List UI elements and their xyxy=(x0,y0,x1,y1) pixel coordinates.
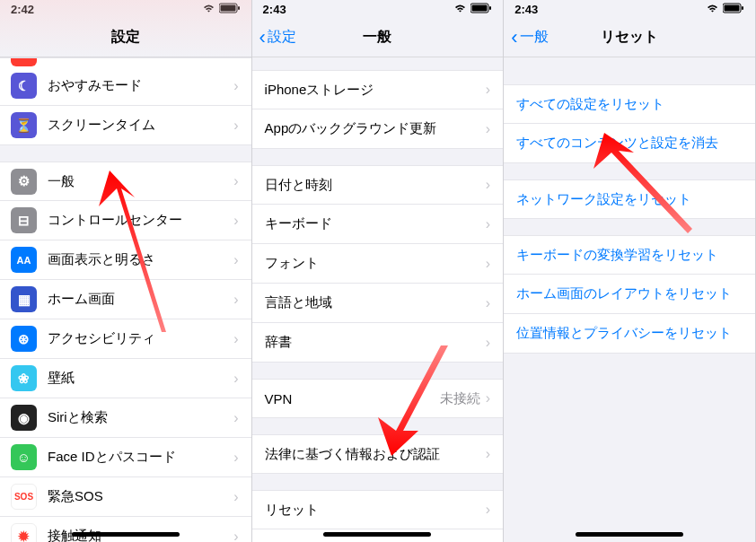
row-date-time[interactable]: 日付と時刻› xyxy=(252,165,504,205)
icon-truncated xyxy=(11,57,37,66)
status-time: 2:42 xyxy=(11,3,34,16)
chevron-right-icon: › xyxy=(233,410,238,426)
settings-row-general[interactable]: ⚙ 一般 › xyxy=(0,162,251,201)
wallpaper-icon: ❀ xyxy=(11,365,37,391)
status-bar: 2:43 xyxy=(252,0,504,18)
settings-row-sos[interactable]: SOS 緊急SOS › xyxy=(0,477,251,517)
control-icon: ⊟ xyxy=(11,207,37,233)
row-dictionary[interactable]: 辞書› xyxy=(252,323,504,363)
row-label: スクリーンタイム xyxy=(48,117,233,134)
nav-bar: ‹ 設定 一般 xyxy=(252,18,504,57)
chevron-right-icon: › xyxy=(486,121,490,137)
general-pane: 2:43 ‹ 設定 一般 iPhoneストレージ › Appのバックグラウンド更… xyxy=(252,0,505,542)
status-icons xyxy=(706,3,744,16)
battery-icon xyxy=(470,3,492,16)
row-label: Face IDとパスコード xyxy=(48,449,233,466)
row-keyboard[interactable]: キーボード› xyxy=(252,205,504,244)
chevron-right-icon: › xyxy=(233,292,238,308)
row-label: Appのバックグラウンド更新 xyxy=(265,120,486,137)
row-label: すべての設定をリセット xyxy=(516,96,664,113)
row-language-region[interactable]: 言語と地域› xyxy=(252,284,504,323)
back-label: 一般 xyxy=(520,28,549,47)
chevron-right-icon: › xyxy=(486,335,490,351)
hourglass-icon: ⏳ xyxy=(11,112,37,138)
home-icon: ▦ xyxy=(11,286,37,312)
row-iphone-storage[interactable]: iPhoneストレージ › xyxy=(252,70,504,109)
settings-pane: 2:42 設定 ☾ おやすみモード › ⏳ スクリーンタイム › ⚙ xyxy=(0,0,252,542)
row-label: 辞書 xyxy=(265,334,486,351)
settings-row-home[interactable]: ▦ ホーム画面 › xyxy=(0,280,251,319)
accessibility-icon: ⊛ xyxy=(11,326,37,352)
chevron-right-icon: › xyxy=(233,489,238,505)
erase-all-content[interactable]: すべてのコンテンツと設定を消去 xyxy=(504,124,755,163)
general-list[interactable]: iPhoneストレージ › Appのバックグラウンド更新 › 日付と時刻› キー… xyxy=(252,57,504,542)
exposure-icon: ✹ xyxy=(11,523,37,542)
nav-bar: 設定 xyxy=(0,18,251,57)
status-bar: 2:42 xyxy=(0,0,251,18)
row-label: 位置情報とプライバシーをリセット xyxy=(516,325,732,342)
settings-row-display[interactable]: AA 画面表示と明るさ › xyxy=(0,240,251,280)
reset-list[interactable]: すべての設定をリセット すべてのコンテンツと設定を消去 ネットワーク設定をリセッ… xyxy=(504,57,755,542)
back-label: 設定 xyxy=(268,28,296,47)
svg-rect-1 xyxy=(220,4,235,11)
back-button[interactable]: ‹ 設定 xyxy=(259,28,296,48)
settings-list[interactable]: ☾ おやすみモード › ⏳ スクリーンタイム › ⚙ 一般 › ⊟ コントロール… xyxy=(0,57,251,542)
chevron-right-icon: › xyxy=(486,295,490,311)
row-label: おやすみモード xyxy=(48,77,233,94)
row-label: フォント xyxy=(265,255,486,272)
svg-rect-4 xyxy=(472,4,488,11)
siri-icon: ◉ xyxy=(11,405,37,431)
reset-location-privacy[interactable]: 位置情報とプライバシーをリセット xyxy=(504,314,755,354)
svg-rect-8 xyxy=(742,6,743,10)
settings-row-screentime[interactable]: ⏳ スクリーンタイム › xyxy=(0,106,251,145)
back-button[interactable]: ‹ 一般 xyxy=(511,28,548,48)
reset-network[interactable]: ネットワーク設定をリセット xyxy=(504,179,755,219)
display-icon: AA xyxy=(11,247,37,273)
chevron-left-icon: ‹ xyxy=(511,28,517,48)
home-indicator[interactable] xyxy=(576,532,683,537)
settings-row-truncated[interactable] xyxy=(0,57,251,66)
row-label: すべてのコンテンツと設定を消去 xyxy=(516,135,718,152)
gear-icon: ⚙ xyxy=(11,169,37,195)
row-label: VPN xyxy=(265,391,440,406)
status-time: 2:43 xyxy=(263,3,286,16)
settings-row-wallpaper[interactable]: ❀ 壁紙 › xyxy=(0,359,251,398)
settings-row-faceid[interactable]: ☺ Face IDとパスコード › xyxy=(0,438,251,477)
chevron-right-icon: › xyxy=(233,371,238,387)
reset-keyboard-dict[interactable]: キーボードの変換学習をリセット xyxy=(504,235,755,275)
row-legal[interactable]: 法律に基づく情報および認証› xyxy=(252,434,504,474)
wifi-icon xyxy=(706,3,719,16)
row-label: ホーム画面 xyxy=(48,291,233,308)
reset-home-layout[interactable]: ホーム画面のレイアウトをリセット xyxy=(504,275,755,314)
row-label: コントロールセンター xyxy=(48,212,233,229)
row-label: Siriと検索 xyxy=(48,409,233,426)
row-label: iPhoneストレージ xyxy=(265,82,486,99)
settings-row-dnd[interactable]: ☾ おやすみモード › xyxy=(0,66,251,106)
row-reset[interactable]: リセット› xyxy=(252,490,504,529)
chevron-right-icon: › xyxy=(233,450,238,466)
row-vpn[interactable]: VPN 未接続 › xyxy=(252,379,504,418)
status-time: 2:43 xyxy=(514,3,538,16)
chevron-left-icon: ‹ xyxy=(259,28,266,48)
row-label: 言語と地域 xyxy=(265,294,486,311)
row-font[interactable]: フォント› xyxy=(252,244,504,284)
settings-row-siri[interactable]: ◉ Siriと検索 › xyxy=(0,398,251,438)
chevron-right-icon: › xyxy=(486,446,490,462)
row-background-refresh[interactable]: Appのバックグラウンド更新 › xyxy=(252,109,504,149)
chevron-right-icon: › xyxy=(486,502,490,518)
battery-icon xyxy=(219,3,241,16)
settings-row-control-center[interactable]: ⊟ コントロールセンター › xyxy=(0,201,251,240)
chevron-right-icon: › xyxy=(486,216,490,232)
home-indicator[interactable] xyxy=(72,532,180,537)
row-label: ネットワーク設定をリセット xyxy=(516,191,691,208)
home-indicator[interactable] xyxy=(323,532,431,537)
nav-bar: ‹ 一般 リセット xyxy=(504,18,755,57)
settings-row-exposure[interactable]: ✹ 接触通知 › xyxy=(0,517,251,542)
chevron-right-icon: › xyxy=(233,213,238,229)
wifi-icon xyxy=(202,3,215,16)
reset-all-settings[interactable]: すべての設定をリセット xyxy=(504,84,755,124)
chevron-right-icon: › xyxy=(486,256,490,272)
settings-row-accessibility[interactable]: ⊛ アクセシビリティ › xyxy=(0,319,251,359)
chevron-right-icon: › xyxy=(233,529,238,543)
row-label: アクセシビリティ xyxy=(48,330,233,347)
